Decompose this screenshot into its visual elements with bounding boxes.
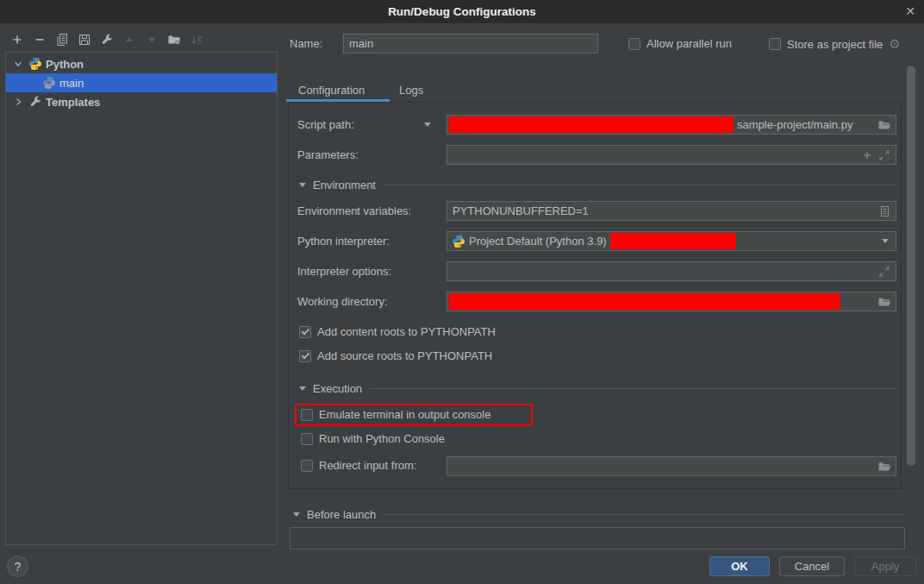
help-button[interactable]: ?: [7, 556, 28, 577]
interpreter-value: Project Default (Python 3.9): [469, 235, 607, 248]
python-run-config-icon: [42, 76, 56, 90]
chevron-down-icon[interactable]: [882, 239, 889, 243]
edit-variables-list-icon[interactable]: [877, 204, 891, 218]
parameters-label: Parameters:: [297, 148, 359, 161]
ok-button[interactable]: OK: [709, 556, 770, 576]
tree-item-main-config[interactable]: main: [6, 73, 277, 92]
new-folder-icon[interactable]: [167, 33, 181, 47]
interpreter-label: Python interpreter:: [297, 235, 390, 248]
sort-icon[interactable]: [190, 33, 203, 47]
configurations-toolbar: [10, 33, 203, 47]
section-divider: [383, 185, 897, 185]
copy-icon[interactable]: [55, 33, 69, 47]
chevron-down-icon[interactable]: [13, 59, 23, 69]
configurations-tree: Python main Templates: [5, 52, 278, 545]
redirect-input-label: Redirect input from:: [319, 459, 416, 472]
redacted-region: [449, 293, 840, 310]
add-source-roots-label: Add source roots to PYTHONPATH: [317, 349, 492, 362]
redirect-input-option[interactable]: Redirect input from:: [301, 459, 416, 472]
parameters-field[interactable]: [446, 145, 896, 165]
before-launch-section-header[interactable]: Before launch: [293, 508, 905, 521]
add-macro-plus-icon[interactable]: [860, 148, 874, 162]
working-dir-field[interactable]: [446, 292, 896, 311]
remove-icon[interactable]: [33, 33, 47, 47]
add-content-roots-checkbox[interactable]: [299, 326, 311, 338]
tree-item-templates-group[interactable]: Templates: [6, 92, 277, 111]
emulate-terminal-label: Emulate terminal in output console: [319, 408, 490, 421]
move-down-icon[interactable]: [145, 33, 159, 47]
vertical-scrollbar[interactable]: [907, 66, 915, 466]
tab-configuration[interactable]: Configuration: [298, 84, 365, 97]
redirect-input-field[interactable]: [446, 456, 896, 476]
store-as-project-file-checkbox[interactable]: [769, 38, 781, 50]
run-with-python-console-label: Run with Python Console: [319, 432, 445, 445]
script-path-value: sample-project/main.py: [737, 118, 852, 131]
redirect-input-checkbox[interactable]: [301, 460, 313, 472]
interpreter-options-field[interactable]: [446, 261, 896, 281]
collapse-triangle-icon[interactable]: [293, 512, 300, 517]
name-label: Name:: [290, 37, 322, 50]
add-content-roots-label: Add content roots to PYTHONPATH: [317, 325, 496, 338]
add-source-roots-option[interactable]: Add source roots to PYTHONPATH: [299, 349, 492, 362]
name-input[interactable]: [343, 34, 598, 53]
env-vars-value: PYTHONUNBUFFERED=1: [453, 204, 589, 217]
allow-parallel-run-checkbox[interactable]: [628, 38, 640, 50]
python-logo-icon: [28, 57, 42, 71]
python-logo-icon: [452, 235, 465, 248]
interpreter-combobox[interactable]: Project Default (Python 3.9): [446, 231, 896, 251]
edit-defaults-wrench-icon[interactable]: [100, 33, 114, 47]
dialog-title: Run/Debug Configurations: [388, 5, 536, 18]
templates-wrench-icon: [28, 95, 42, 109]
execution-section-header[interactable]: Execution: [299, 382, 897, 395]
help-icon: ?: [15, 560, 22, 574]
script-path-field[interactable]: sample-project/main.py: [446, 115, 896, 135]
section-divider: [369, 388, 897, 389]
before-launch-title: Before launch: [307, 508, 376, 521]
tree-item-label: Templates: [46, 96, 100, 109]
chevron-right-icon[interactable]: [13, 97, 23, 107]
move-up-icon[interactable]: [122, 33, 136, 47]
environment-section-header[interactable]: Environment: [299, 179, 897, 192]
apply-button[interactable]: Apply: [854, 556, 916, 576]
folder-browse-icon[interactable]: [877, 295, 891, 309]
env-vars-label: Environment variables:: [297, 204, 411, 217]
tree-item-label: main: [59, 77, 84, 90]
redacted-region: [449, 116, 734, 133]
expand-field-icon[interactable]: [877, 265, 891, 279]
store-as-project-file-label: Store as project file: [787, 38, 883, 51]
allow-parallel-run-option[interactable]: Allow parallel run: [628, 37, 732, 50]
add-content-roots-option[interactable]: Add content roots to PYTHONPATH: [299, 325, 496, 338]
emulate-terminal-checkbox[interactable]: [301, 409, 313, 421]
working-dir-label: Working directory:: [297, 295, 388, 308]
environment-section-title: Environment: [313, 179, 376, 192]
expand-field-icon[interactable]: [877, 148, 891, 162]
allow-parallel-run-label: Allow parallel run: [646, 37, 732, 50]
script-path-dropdown-icon[interactable]: [424, 122, 431, 127]
env-vars-field[interactable]: PYTHONUNBUFFERED=1: [446, 201, 896, 221]
interpreter-options-label: Interpreter options:: [297, 265, 391, 278]
gear-icon[interactable]: ⚙: [889, 37, 900, 51]
store-as-project-file-option[interactable]: Store as project file ⚙: [769, 37, 901, 51]
close-icon[interactable]: ✕: [905, 4, 915, 18]
tree-item-python-group[interactable]: Python: [6, 54, 277, 73]
add-icon[interactable]: [10, 33, 24, 47]
tree-item-label: Python: [46, 58, 84, 71]
collapse-triangle-icon[interactable]: [299, 183, 306, 187]
collapse-triangle-icon[interactable]: [299, 386, 306, 391]
run-with-python-console-option[interactable]: Run with Python Console: [301, 432, 445, 445]
tab-logs[interactable]: Logs: [399, 84, 423, 97]
before-launch-task-list[interactable]: [290, 527, 905, 549]
add-source-roots-checkbox[interactable]: [299, 350, 311, 362]
execution-section-title: Execution: [313, 382, 362, 395]
folder-browse-icon[interactable]: [877, 118, 891, 132]
folder-browse-icon[interactable]: [877, 460, 891, 474]
dialog-titlebar: Run/Debug Configurations ✕: [0, 0, 924, 23]
section-divider: [383, 514, 905, 515]
run-with-python-console-checkbox[interactable]: [301, 433, 313, 445]
configuration-panel: Script path: sample-project/main.py Para…: [288, 102, 902, 489]
emulate-terminal-option[interactable]: Emulate terminal in output console: [301, 408, 490, 421]
script-path-label: Script path:: [297, 118, 354, 131]
save-icon[interactable]: [78, 33, 91, 47]
redacted-region: [610, 233, 736, 249]
cancel-button[interactable]: Cancel: [779, 556, 845, 576]
